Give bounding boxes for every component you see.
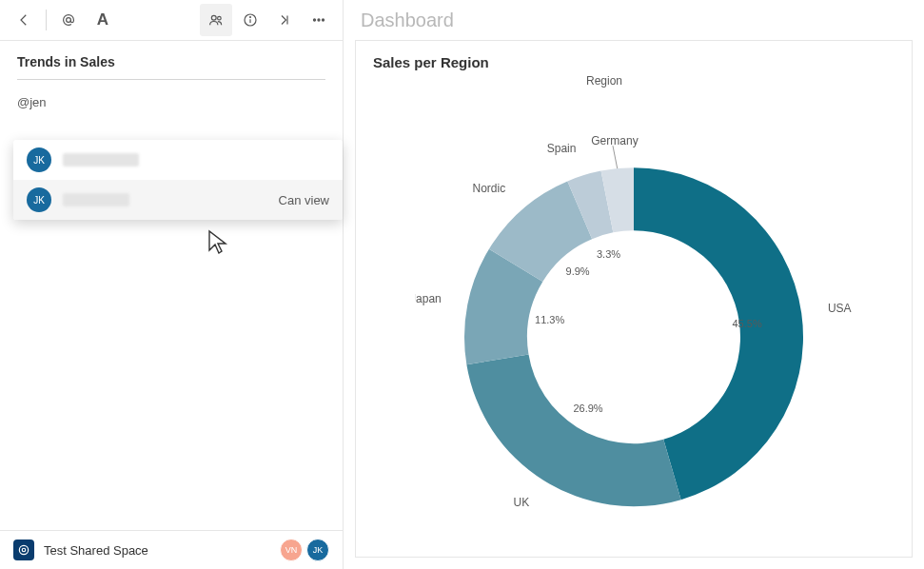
svg-point-1 <box>211 15 216 20</box>
svg-point-2 <box>218 16 222 20</box>
panel-title: Trends in Sales <box>17 54 325 80</box>
sidebar-footer: Test Shared Space VN JK <box>0 530 343 569</box>
donut-slice[interactable] <box>466 354 680 506</box>
redacted-name <box>63 153 139 167</box>
sidebar: A Trends in Sales @jen JK JK Can view <box>0 0 344 569</box>
svg-point-7 <box>313 19 315 21</box>
slice-pct: 26.9% <box>573 402 602 414</box>
app-root: A Trends in Sales @jen JK JK Can view <box>0 0 924 569</box>
mention-button[interactable] <box>52 4 85 36</box>
space-icon[interactable] <box>13 540 34 560</box>
skip-end-button[interactable] <box>268 4 301 36</box>
slice-pct: 11.3% <box>535 314 564 325</box>
avatar: JK <box>27 187 51 212</box>
slice-pct: 3.3% <box>597 248 620 260</box>
slice-pct: 9.9% <box>566 265 590 277</box>
svg-point-9 <box>322 19 324 21</box>
mention-option[interactable]: JK Can view <box>13 180 343 220</box>
toolbar: A <box>0 0 343 41</box>
chart-title: Sales per Region <box>373 54 902 70</box>
separator <box>46 10 47 30</box>
permission-label: Can view <box>279 193 329 207</box>
space-name[interactable]: Test Shared Space <box>44 543 148 558</box>
slice-label: Japan <box>415 292 442 305</box>
svg-point-10 <box>19 545 28 554</box>
svg-point-11 <box>22 548 26 552</box>
slice-label: USA <box>828 302 852 315</box>
user-avatar-chip[interactable]: JK <box>306 539 329 561</box>
svg-point-5 <box>250 17 251 18</box>
slice-label: Nordic <box>473 181 506 194</box>
back-button[interactable] <box>8 4 40 36</box>
slice-label: Spain <box>547 142 577 155</box>
donut-chart: USA45.5%UK26.9%Japan11.3%Nordic9.9%Spain… <box>415 99 853 537</box>
avatar: JK <box>27 147 51 172</box>
mention-input-text[interactable]: @jen <box>17 95 325 109</box>
slice-label: UK <box>513 495 529 508</box>
slice-pct: 45.5% <box>733 318 762 329</box>
slice-label: Germany <box>591 134 638 147</box>
annotation-panel: Trends in Sales @jen JK JK Can view <box>0 41 343 530</box>
user-avatar-chip[interactable]: VN <box>280 539 303 561</box>
dashboard-header: Dashboard <box>344 0 924 40</box>
svg-point-0 <box>67 18 71 23</box>
redacted-name <box>63 193 129 206</box>
main-area: Dashboard Sales per Region Region USA45.… <box>344 0 924 569</box>
mention-option[interactable]: JK <box>13 140 343 180</box>
info-button[interactable] <box>234 4 266 36</box>
cursor-icon <box>207 229 230 256</box>
legend-title: Region <box>373 74 902 88</box>
mention-dropdown: JK JK Can view <box>13 140 343 220</box>
chart-card: Sales per Region Region USA45.5%UK26.9%J… <box>355 40 913 558</box>
format-text-button[interactable]: A <box>87 4 119 36</box>
svg-point-8 <box>318 19 320 21</box>
people-button[interactable] <box>200 4 232 36</box>
more-button[interactable] <box>303 4 335 36</box>
svg-line-12 <box>613 146 618 168</box>
